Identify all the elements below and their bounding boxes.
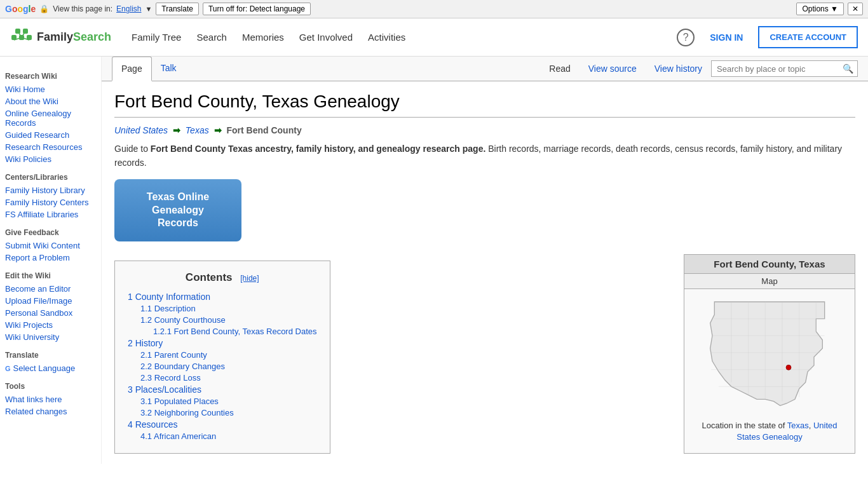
sidebar-item-wiki-policies[interactable]: Wiki Policies [5, 153, 96, 165]
contents-link-1-1[interactable]: 1.1 Description [140, 304, 196, 313]
sidebar-section-centers-libraries: Centers/Libraries Family History Library… [5, 173, 96, 220]
sidebar-item-family-history-library[interactable]: Family History Library [5, 184, 96, 196]
contents-list: 1 County Information 1.1 Description 1.2… [128, 292, 317, 441]
contents-link-2-3[interactable]: 2.3 Record Loss [140, 373, 201, 383]
sidebar-item-wiki-projects[interactable]: Wiki Projects [5, 319, 96, 331]
contents-link-3-1[interactable]: 3.1 Populated Places [140, 396, 219, 406]
breadcrumb: United States ➡ Texas ➡ Fort Bend County [114, 125, 855, 135]
tab-view-source[interactable]: View source [580, 57, 646, 80]
contents-link-3[interactable]: 3 Places/Localities [128, 384, 201, 395]
contents-item-1-2: 1.2 County Courthouse [140, 315, 317, 325]
main-nav: Family Tree Search Memories Get Involved… [126, 29, 410, 45]
nav-family-tree[interactable]: Family Tree [126, 29, 186, 45]
sidebar-item-wiki-university[interactable]: Wiki University [5, 331, 96, 343]
sidebar-item-guided-research[interactable]: Guided Research [5, 129, 96, 141]
sidebar-section-feedback: Give Feedback Submit Wiki Content Report… [5, 228, 96, 264]
translate-button[interactable]: Translate [156, 3, 199, 15]
sidebar-title-translate: Translate [5, 351, 96, 360]
nav-get-involved[interactable]: Get Involved [294, 29, 358, 45]
breadcrumb-texas[interactable]: Texas [186, 125, 209, 135]
contents-link-1[interactable]: 1 County Information [128, 292, 210, 302]
sidebar-item-report-problem[interactable]: Report a Problem [5, 252, 96, 264]
contents-item-2: 2 History [128, 338, 317, 348]
sidebar-section-tools: Tools What links here Related changes [5, 382, 96, 417]
breadcrumb-us[interactable]: United States [114, 125, 168, 135]
contents-item-2-1: 2.1 Parent County [140, 350, 317, 360]
sidebar-item-fs-affiliate[interactable]: FS Affiliate Libraries [5, 208, 96, 220]
breadcrumb-arrow2: ➡ [214, 125, 222, 135]
contents-title: Contents [hide] [128, 271, 317, 284]
sidebar-item-family-history-centers[interactable]: Family History Centers [5, 196, 96, 208]
logo-link[interactable]: FamilySearch [10, 26, 111, 49]
map-box: Fort Bend County, Texas Map [684, 254, 855, 454]
sidebar-item-submit-wiki[interactable]: Submit Wiki Content [5, 240, 96, 252]
page-content: Fort Bend County, Texas Genealogy United… [102, 81, 868, 464]
sidebar-item-research-resources[interactable]: Research Resources [5, 141, 96, 153]
header-right: ? SIGN IN CREATE ACCOUNT [677, 26, 858, 48]
texas-map-svg [706, 295, 833, 410]
sidebar-item-upload-file[interactable]: Upload File/Image [5, 295, 96, 307]
sidebar-section-edit-wiki: Edit the Wiki Become an Editor Upload Fi… [5, 271, 96, 343]
contents-hide-link[interactable]: [hide] [240, 274, 259, 283]
description-text: Guide to Fort Bend County Texas ancestry… [114, 142, 855, 170]
wiki-search-input[interactable] [712, 62, 839, 76]
tab-view-history[interactable]: View history [646, 57, 711, 80]
description-bold: Fort Bend County Texas ancestry, family … [151, 144, 486, 154]
page-title: Fort Bend County, Texas Genealogy [114, 92, 855, 118]
sidebar-item-select-language[interactable]: Select Language [13, 362, 76, 374]
sign-in-button[interactable]: SIGN IN [702, 27, 750, 48]
tab-page[interactable]: Page [112, 57, 152, 81]
sidebar-title-feedback: Give Feedback [5, 228, 96, 237]
tab-talk[interactable]: Talk [152, 57, 186, 81]
map-box-title: Fort Bend County, Texas [684, 255, 855, 274]
contents-link-4[interactable]: 4 Resources [128, 419, 178, 430]
contents-link-2-2[interactable]: 2.2 Boundary Changes [140, 362, 225, 371]
breadcrumb-current: Fort Bend County [226, 125, 301, 135]
svg-point-21 [786, 365, 791, 370]
create-account-button[interactable]: CREATE ACCOUNT [758, 26, 858, 48]
sidebar-item-about-wiki[interactable]: About the Wiki [5, 95, 96, 107]
contents-item-1-2-1: 1.2.1 Fort Bend County, Texas Record Dat… [153, 327, 317, 336]
contents-item-4: 4 Resources [128, 419, 317, 430]
options-button[interactable]: Options ▼ [796, 3, 844, 15]
contents-link-2[interactable]: 2 History [128, 338, 163, 348]
contents-item-3-1: 3.1 Populated Places [140, 396, 317, 406]
content-left: Contents [hide] 1 County Information 1.1… [114, 254, 671, 454]
content-main-row: Contents [hide] 1 County Information 1.1… [114, 254, 855, 454]
sidebar-item-personal-sandbox[interactable]: Personal Sandbox [5, 307, 96, 319]
contents-link-3-2[interactable]: 3.2 Neighboring Counties [140, 408, 234, 417]
sidebar-title-tools: Tools [5, 382, 96, 391]
contents-box: Contents [hide] 1 County Information 1.1… [114, 261, 330, 454]
sidebar-item-become-editor[interactable]: Become an Editor [5, 283, 96, 295]
google-translate-mini-logo: G [5, 365, 11, 372]
nav-activities[interactable]: Activities [363, 29, 410, 45]
sidebar-section-translate: Translate G Select Language [5, 351, 96, 374]
help-icon[interactable]: ? [677, 29, 695, 46]
main-layout: Research Wiki Wiki Home About the Wiki O… [0, 57, 868, 464]
google-logo: Google [5, 4, 36, 14]
header: FamilySearch Family Tree Search Memories… [0, 18, 868, 57]
contents-link-2-1[interactable]: 2.1 Parent County [140, 350, 207, 360]
contents-item-2-3: 2.3 Record Loss [140, 373, 317, 383]
contents-link-4-1[interactable]: 4.1 African American [140, 431, 216, 441]
sidebar-item-related-changes[interactable]: Related changes [5, 405, 96, 417]
sidebar-item-what-links-here[interactable]: What links here [5, 393, 96, 405]
description-pre: Guide to [114, 144, 151, 154]
map-caption-texas-link[interactable]: Texas [787, 421, 809, 430]
sidebar-item-wiki-home[interactable]: Wiki Home [5, 83, 96, 95]
translate-lang-link[interactable]: English [116, 4, 141, 13]
close-translate-button[interactable]: ✕ [848, 3, 863, 15]
nav-memories[interactable]: Memories [237, 29, 289, 45]
tab-read[interactable]: Read [540, 57, 579, 80]
contents-link-1-2[interactable]: 1.2 County Courthouse [140, 315, 226, 325]
wiki-search-button[interactable]: 🔍 [839, 61, 857, 76]
tabs-right: Read View source View history 🔍 [540, 57, 858, 81]
map-image-area [684, 289, 855, 416]
texas-genealogy-records-button[interactable]: Texas Online Genealogy Records [114, 179, 241, 241]
wiki-search-box: 🔍 [711, 60, 858, 77]
contents-link-1-2-1[interactable]: 1.2.1 Fort Bend County, Texas Record Dat… [153, 327, 317, 336]
nav-search[interactable]: Search [191, 29, 232, 45]
sidebar-item-online-genealogy[interactable]: Online Genealogy Records [5, 107, 96, 129]
turn-off-button[interactable]: Turn off for: Detect language [203, 3, 311, 15]
sidebar-section-research-wiki: Research Wiki Wiki Home About the Wiki O… [5, 72, 96, 165]
